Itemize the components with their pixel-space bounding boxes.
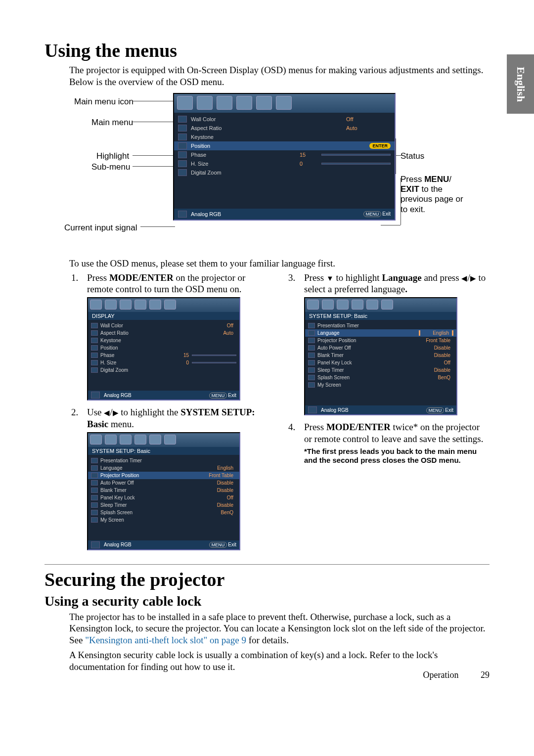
row-icon — [308, 360, 315, 365]
input-signal-label: Analog RGB — [191, 211, 363, 217]
osd-row: Projector PositionFront Table — [88, 472, 239, 479]
tab-icon — [105, 435, 117, 445]
row-icon — [91, 367, 98, 373]
label-current-input-signal: Current input signal — [64, 223, 137, 233]
tab-icon — [366, 300, 378, 310]
link-kensington-slot[interactable]: "Kensington anti-theft lock slot" on pag… — [85, 635, 246, 645]
label-status: Status — [400, 151, 424, 161]
osd-row: Aspect RatioAuto — [174, 124, 395, 133]
exit-hint: Exit — [445, 407, 453, 413]
osd-row: Presentation Timer — [305, 322, 456, 329]
row-value: Disable — [202, 488, 236, 493]
row-label: Language — [317, 330, 419, 336]
row-label: Splash Screen — [100, 510, 202, 515]
osd-footer: Analog RGBMENUExit — [305, 405, 456, 414]
tab-icon — [90, 300, 102, 310]
osd-row: Panel Key LockOff — [305, 359, 456, 366]
step-4: 4. Press MODE/ENTER twice* on the projec… — [286, 421, 490, 445]
menu-button-hint: MENU — [363, 211, 382, 217]
row-label: Keystone — [191, 134, 391, 140]
osd-row: Position — [88, 344, 239, 352]
tab-icon — [322, 300, 334, 310]
row-icon — [178, 160, 187, 167]
label-main-menu: Main menu — [91, 118, 133, 128]
osd-row: Splash ScreenBenQ — [88, 509, 239, 516]
row-label: Auto Power Off — [317, 345, 419, 351]
row-icon — [308, 367, 315, 373]
osd-row: Wall ColorOff — [174, 115, 395, 124]
row-label: Phase — [100, 353, 178, 358]
row-label: Keystone — [100, 338, 236, 343]
row-label: Phase — [191, 152, 300, 158]
row-icon — [308, 353, 315, 358]
input-signal-icon — [91, 392, 100, 399]
row-label: Sleep Timer — [317, 367, 419, 373]
osd-row: Presentation Timer — [88, 457, 239, 464]
row-label: Panel Key Lock — [317, 360, 419, 365]
row-label: My Screen — [100, 517, 236, 523]
row-value: English — [202, 465, 236, 471]
row-value: Disable — [419, 353, 453, 358]
osd-footer: Analog RGBMENUExit — [88, 540, 239, 549]
tab-icon — [134, 435, 146, 445]
row-icon — [91, 465, 98, 471]
osd-row: Splash ScreenBenQ — [305, 374, 456, 381]
row-slider — [192, 362, 236, 363]
row-value: Disable — [202, 502, 236, 508]
security-para-1: The projector has to be installed in a s… — [69, 611, 490, 646]
row-label: Language — [100, 465, 202, 471]
row-icon — [178, 133, 187, 140]
osd-footer: Analog RGBMENUExit — [88, 391, 239, 400]
row-icon — [178, 116, 187, 123]
row-label: Blank Timer — [100, 488, 202, 493]
osd-tab-bar — [174, 94, 395, 113]
tab-icon — [352, 300, 363, 310]
row-label: Digital Zoom — [100, 367, 236, 373]
row-value: Disable — [419, 345, 453, 351]
tab-icon — [381, 300, 393, 310]
osd-row: Digital Zoom — [174, 168, 395, 177]
info-tab-icon — [276, 96, 292, 110]
osd-screenshot-step1: DISPLAYWall ColorOffAspect RatioAutoKeys… — [87, 297, 240, 400]
page-footer: Operation 29 — [423, 670, 490, 680]
right-arrow-icon: ▶ — [470, 274, 476, 283]
row-label: H. Size — [191, 161, 300, 167]
heading-using-menus: Using the menus — [44, 40, 490, 61]
input-signal-label: Analog RGB — [321, 407, 426, 413]
row-value: Auto — [346, 125, 391, 131]
row-slider — [321, 154, 391, 156]
osd-row: Sleep TimerDisable — [305, 366, 456, 374]
label-main-menu-icon: Main menu icon — [74, 97, 134, 107]
row-label: Auto Power Off — [100, 480, 202, 486]
step-2: 2. Use ◀/▶ to highlight the SYSTEM SETUP… — [69, 406, 272, 430]
osd-overview-diagram: Main menu icon Main menu Highlight Sub-m… — [64, 93, 490, 256]
label-press-menu-exit: Press MENU/ EXIT to the previous page or… — [400, 175, 470, 215]
row-label: Aspect Ratio — [100, 330, 202, 336]
row-label: Sleep Timer — [100, 502, 202, 508]
tab-icon — [90, 435, 102, 445]
osd-screenshot-step2: SYSTEM SETUP: BasicPresentation TimerLan… — [87, 432, 240, 550]
left-arrow-icon: ◀ — [461, 274, 467, 283]
row-label: Projector Position — [317, 338, 419, 343]
tab-icon — [134, 300, 146, 310]
heading-security-cable-lock: Using a security cable lock — [44, 593, 490, 609]
row-icon — [91, 330, 98, 336]
row-label: Wall Color — [191, 116, 346, 122]
osd-title: SYSTEM SETUP: Basic — [88, 447, 239, 455]
row-label: Wall Color — [100, 323, 202, 328]
row-icon — [178, 169, 187, 176]
row-label: Position — [191, 143, 369, 149]
row-value: Front Table — [202, 473, 236, 478]
security-para-2: A Kensington security cable lock is usua… — [69, 649, 490, 673]
input-signal-label: Analog RGB — [104, 393, 209, 398]
row-icon — [91, 495, 98, 500]
row-slider — [192, 355, 236, 356]
intro-text-2: Below is the overview of the OSD menu. — [69, 76, 490, 88]
osd-row: LanguageEnglish — [305, 329, 456, 337]
exit-hint: Exit — [228, 542, 236, 547]
row-value: Disable — [202, 480, 236, 486]
tab-icon — [120, 300, 132, 310]
input-signal-icon — [91, 541, 100, 548]
osd-row: Projector PositionFront Table — [305, 337, 456, 344]
footer-section: Operation — [423, 670, 459, 680]
